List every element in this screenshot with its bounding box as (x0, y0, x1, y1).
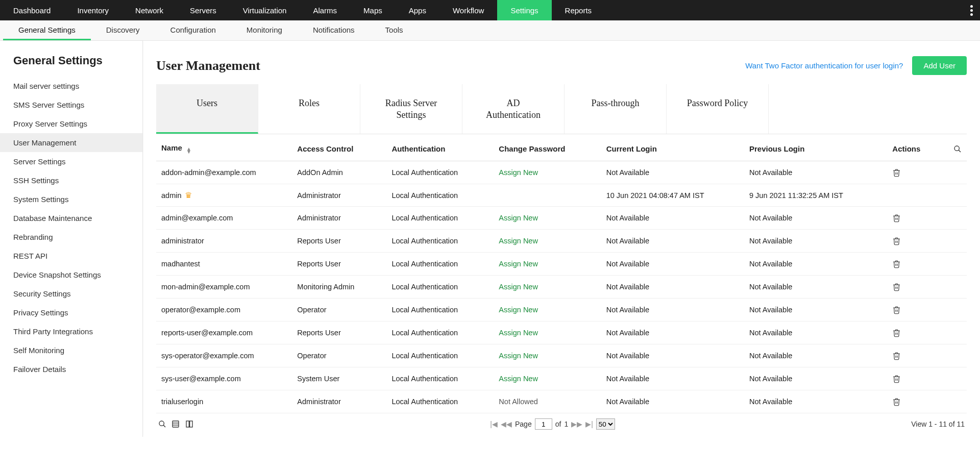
cell-name: admin@example.com (156, 207, 292, 230)
subnav-item-notifications[interactable]: Notifications (298, 20, 370, 40)
sidebar-item-self-monitoring[interactable]: Self Monitoring (0, 341, 142, 360)
cell-change[interactable]: Assign New (494, 344, 601, 367)
cell-change[interactable]: Assign New (494, 367, 601, 390)
topnav-item-network[interactable]: Network (122, 0, 177, 20)
cell-actions (887, 207, 941, 230)
cell-current: Not Available (601, 344, 744, 367)
cell-current: Not Available (601, 253, 744, 276)
cell-current: Not Available (601, 390, 744, 413)
delete-icon[interactable] (892, 167, 901, 177)
export-icon[interactable] (185, 420, 194, 428)
cell-current: 10 Jun 2021 04:08:47 AM IST (601, 184, 744, 207)
subnav-item-discovery[interactable]: Discovery (91, 20, 155, 40)
next-page-button[interactable]: ▶▶ (571, 420, 582, 428)
cell-name: administrator (156, 230, 292, 253)
sidebar-item-user-management[interactable]: User Management (0, 133, 142, 152)
sidebar-item-third-party-integrations[interactable]: Third Party Integrations (0, 322, 142, 341)
topnav-item-settings[interactable]: Settings (497, 0, 551, 20)
cell-actions (887, 276, 941, 299)
col-name[interactable]: Name ▲▼ (156, 136, 292, 161)
sidebar-item-proxy-server-settings[interactable]: Proxy Server Settings (0, 114, 142, 133)
topnav-item-servers[interactable]: Servers (177, 0, 230, 20)
subnav-item-configuration[interactable]: Configuration (155, 20, 231, 40)
footer-search-icon[interactable] (158, 420, 166, 428)
sidebar-item-rebranding[interactable]: Rebranding (0, 228, 142, 246)
sidebar-item-privacy-settings[interactable]: Privacy Settings (0, 303, 142, 322)
first-page-button[interactable]: |◀ (490, 420, 498, 428)
sidebar-item-system-settings[interactable]: System Settings (0, 190, 142, 209)
tab-users[interactable]: Users (156, 84, 258, 134)
table-row: administratorReports UserLocal Authentic… (156, 230, 967, 253)
cell-change[interactable]: Assign New (494, 299, 601, 321)
delete-icon[interactable] (892, 236, 901, 245)
cell-name: admin♛ (156, 184, 292, 207)
sidebar-item-rest-api[interactable]: REST API (0, 246, 142, 265)
cell-change[interactable]: Assign New (494, 276, 601, 299)
col-current[interactable]: Current Login (601, 136, 744, 161)
cell-change[interactable]: Assign New (494, 207, 601, 230)
sidebar-item-ssh-settings[interactable]: SSH Settings (0, 171, 142, 190)
cell-previous: Not Available (744, 253, 887, 276)
sidebar-item-security-settings[interactable]: Security Settings (0, 284, 142, 303)
page-label: Page (515, 420, 532, 428)
cell-change[interactable]: Assign New (494, 253, 601, 276)
tab-pass-through[interactable]: Pass-through (565, 84, 667, 134)
col-auth[interactable]: Authentication (386, 136, 494, 161)
col-actions: Actions (887, 136, 941, 161)
add-user-button[interactable]: Add User (912, 56, 967, 75)
subnav-item-tools[interactable]: Tools (370, 20, 419, 40)
cell-change[interactable]: Assign New (494, 161, 601, 184)
topnav-item-apps[interactable]: Apps (396, 0, 439, 20)
cell-previous: Not Available (744, 367, 887, 390)
tab-radius-server[interactable]: Radius Server Settings (360, 84, 462, 134)
subnav-item-general-settings[interactable]: General Settings (3, 20, 91, 40)
delete-icon[interactable] (892, 351, 901, 360)
cell-change[interactable]: Assign New (494, 230, 601, 253)
last-page-button[interactable]: ▶| (585, 420, 593, 428)
delete-icon[interactable] (892, 259, 901, 268)
sidebar-item-device-snapshot-settings[interactable]: Device Snapshot Settings (0, 265, 142, 284)
two-factor-link[interactable]: Want Two Factor authentication for user … (745, 61, 903, 70)
sidebar-item-sms-server-settings[interactable]: SMS Server Settings (0, 95, 142, 114)
page-size-select[interactable]: 50 (596, 418, 615, 430)
sidebar-item-mail-server-settings[interactable]: Mail server settings (0, 77, 142, 95)
topnav-item-workflow[interactable]: Workflow (439, 0, 497, 20)
delete-icon[interactable] (892, 396, 901, 406)
cell-access: Reports User (292, 253, 386, 276)
prev-page-button[interactable]: ◀◀ (501, 420, 512, 428)
tab-password-policy[interactable]: Password Policy (667, 84, 769, 134)
columns-icon[interactable] (172, 420, 180, 428)
topnav-item-virtualization[interactable]: Virtualization (230, 0, 300, 20)
cell-name: mon-admin@example.com (156, 276, 292, 299)
delete-icon[interactable] (892, 282, 901, 291)
table-row: sys-user@example.comSystem UserLocal Aut… (156, 367, 967, 390)
topnav-item-inventory[interactable]: Inventory (64, 0, 122, 20)
delete-icon[interactable] (892, 328, 901, 337)
cell-previous: Not Available (744, 161, 887, 184)
tab-roles[interactable]: Roles (258, 84, 360, 134)
topnav-item-reports[interactable]: Reports (552, 0, 605, 20)
tab-ad[interactable]: AD Authentication (462, 84, 565, 134)
sidebar-item-failover-details[interactable]: Failover Details (0, 360, 142, 379)
sidebar-item-database-maintenance[interactable]: Database Maintenance (0, 209, 142, 228)
cell-change[interactable]: Assign New (494, 321, 601, 344)
col-previous[interactable]: Previous Login (744, 136, 887, 161)
topnav-item-maps[interactable]: Maps (350, 0, 396, 20)
sidebar-item-server-settings[interactable]: Server Settings (0, 152, 142, 171)
delete-icon[interactable] (892, 374, 901, 383)
topnav-item-dashboard[interactable]: Dashboard (0, 0, 64, 20)
table-row: sys-operator@example.comOperatorLocal Au… (156, 344, 967, 367)
search-icon[interactable] (953, 145, 962, 153)
kebab-menu-icon[interactable] (970, 0, 973, 20)
delete-icon[interactable] (892, 305, 901, 314)
sort-icon[interactable]: ▲▼ (186, 147, 191, 154)
table-search[interactable] (941, 136, 967, 161)
delete-icon[interactable] (892, 213, 901, 222)
subnav-item-monitoring[interactable]: Monitoring (231, 20, 298, 40)
cell-auth: Local Authentication (386, 299, 494, 321)
page-input[interactable] (535, 418, 552, 430)
col-change[interactable]: Change Password (494, 136, 601, 161)
col-access[interactable]: Access Control (292, 136, 386, 161)
cell-name: sys-operator@example.com (156, 344, 292, 367)
topnav-item-alarms[interactable]: Alarms (300, 0, 350, 20)
